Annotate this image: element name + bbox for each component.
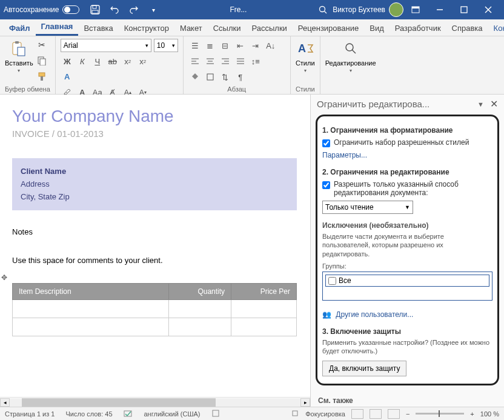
- more-users-link[interactable]: Другие пользователи...: [336, 310, 413, 319]
- editing-dropdown-icon[interactable]: ▾: [350, 68, 352, 73]
- zoom-out-icon[interactable]: −: [406, 410, 409, 418]
- copy-icon[interactable]: [36, 55, 48, 67]
- styles-dropdown-icon[interactable]: ▾: [304, 68, 307, 73]
- minimize-button[interactable]: [428, 0, 452, 19]
- table-row[interactable]: [13, 300, 297, 318]
- cut-icon[interactable]: ✂: [36, 39, 48, 51]
- pane-dropdown-icon[interactable]: ▼: [477, 101, 484, 108]
- user-box[interactable]: Виктор Бухтеев: [333, 2, 403, 17]
- anchor-icon[interactable]: ✥: [1, 273, 7, 282]
- tab-designer[interactable]: Конструктор: [119, 21, 174, 36]
- status-accessibility-icon[interactable]: [211, 409, 220, 419]
- exceptions-heading: Исключения (необязательно): [322, 221, 492, 230]
- settings-link[interactable]: Параметры...: [322, 151, 367, 159]
- tab-review[interactable]: Рецензирование: [293, 21, 364, 36]
- allow-only-checkbox[interactable]: Разрешить только указанный способ редакт…: [322, 180, 492, 197]
- paste-dropdown-icon[interactable]: ▾: [18, 68, 20, 73]
- zoom-slider[interactable]: [416, 413, 464, 415]
- invoice-table[interactable]: Item Description Quantity Price Per: [12, 283, 297, 336]
- indent-dec-icon[interactable]: ⇤: [234, 39, 247, 52]
- status-focus-icon[interactable]: [291, 409, 299, 419]
- align-left-icon[interactable]: [188, 55, 202, 68]
- close-button[interactable]: [476, 0, 500, 19]
- group-everyone-input[interactable]: [328, 277, 336, 285]
- tab-help[interactable]: Справка: [446, 21, 488, 36]
- align-right-icon[interactable]: [219, 55, 232, 68]
- show-marks-icon[interactable]: ¶: [234, 70, 247, 84]
- view-web-icon[interactable]: [388, 409, 400, 419]
- justify-icon[interactable]: [234, 55, 247, 68]
- scroll-left-icon[interactable]: ◂: [0, 398, 10, 407]
- ribbon-display-icon[interactable]: [403, 0, 428, 19]
- strike-button[interactable]: ab: [106, 55, 119, 68]
- status-language[interactable]: английский (США): [144, 410, 201, 418]
- status-words[interactable]: Число слов: 45: [65, 410, 112, 418]
- tab-table-design[interactable]: Конструктор: [488, 21, 504, 36]
- tab-mailings[interactable]: Рассылки: [246, 21, 292, 36]
- limit-styles-input[interactable]: [322, 139, 330, 147]
- numbering-icon[interactable]: ≣: [204, 39, 217, 52]
- text-effects-icon[interactable]: A: [61, 70, 74, 83]
- edit-mode-combo[interactable]: Только чтение▼: [322, 201, 413, 214]
- status-page[interactable]: Страница 1 из 1: [5, 410, 55, 418]
- format-painter-icon[interactable]: [36, 70, 48, 82]
- document-area[interactable]: ✥ Your Company Name INVOICE / 01-01-2013…: [0, 95, 310, 397]
- scroll-right-icon[interactable]: ▸: [300, 398, 310, 407]
- tab-file[interactable]: Файл: [4, 21, 36, 36]
- bold-button[interactable]: Ж: [61, 55, 74, 68]
- align-center-icon[interactable]: [204, 55, 217, 68]
- line-spacing-icon[interactable]: ↕≡: [249, 55, 262, 68]
- find-icon[interactable]: [341, 39, 360, 58]
- tab-developer[interactable]: Разработчик: [390, 21, 446, 36]
- zoom-in-icon[interactable]: +: [470, 410, 474, 418]
- tab-references[interactable]: Ссылки: [208, 21, 247, 36]
- qat-more-icon[interactable]: ▾: [146, 2, 161, 17]
- scroll-thumb[interactable]: [22, 398, 216, 407]
- autosave-toggle[interactable]: [62, 5, 79, 14]
- borders-icon[interactable]: [204, 70, 217, 84]
- client-box[interactable]: Client Name Address City, State Zip: [12, 158, 297, 210]
- svg-rect-30: [207, 74, 213, 80]
- search-icon[interactable]: [316, 2, 330, 17]
- notes-prompt[interactable]: Use this space for comments to your clie…: [12, 256, 297, 265]
- allow-only-input[interactable]: [322, 181, 330, 189]
- status-focus[interactable]: Фокусировка: [305, 410, 345, 418]
- multilevel-icon[interactable]: ⊟: [219, 39, 232, 52]
- svg-rect-34: [124, 411, 131, 416]
- save-icon[interactable]: [88, 2, 102, 17]
- shading-icon[interactable]: [188, 70, 202, 84]
- subscript-button[interactable]: x2: [121, 55, 134, 68]
- styles-icon[interactable]: A: [296, 39, 315, 58]
- company-name[interactable]: Your Company Name: [12, 107, 297, 126]
- tab-view[interactable]: Вид: [364, 21, 390, 36]
- superscript-button[interactable]: x2: [136, 55, 150, 68]
- group-everyone[interactable]: Все: [328, 276, 486, 285]
- invoice-line[interactable]: INVOICE / 01-01-2013: [12, 128, 297, 139]
- status-spellcheck-icon[interactable]: [124, 409, 133, 419]
- notes-heading[interactable]: Notes: [12, 227, 297, 236]
- font-name-combo[interactable]: Arial▾: [61, 39, 151, 52]
- scroll-track[interactable]: [10, 398, 300, 407]
- undo-icon[interactable]: [107, 2, 122, 17]
- redo-icon[interactable]: [127, 2, 141, 17]
- table-row[interactable]: [13, 318, 297, 336]
- enable-protection-button[interactable]: Да, включить защиту: [322, 361, 406, 376]
- zoom-level[interactable]: 100 %: [480, 410, 499, 418]
- font-size-combo[interactable]: 10▾: [154, 39, 178, 52]
- view-read-icon[interactable]: [351, 409, 363, 419]
- pane-close-icon[interactable]: ✕: [490, 98, 498, 110]
- italic-button[interactable]: К: [76, 55, 89, 68]
- tab-home[interactable]: Главная: [36, 19, 79, 36]
- tab-insert[interactable]: Вставка: [78, 21, 118, 36]
- bullets-icon[interactable]: ☰: [188, 39, 202, 52]
- indent-inc-icon[interactable]: ⇥: [249, 39, 262, 52]
- title-bar: Автосохранение ▾ Fre... Виктор Бухтеев: [0, 0, 504, 19]
- paste-icon[interactable]: [9, 39, 28, 58]
- sort-az-icon[interactable]: ⇅: [219, 70, 232, 84]
- sort-icon[interactable]: A↓: [264, 39, 277, 52]
- underline-button[interactable]: Ч: [91, 55, 104, 68]
- view-print-icon[interactable]: [370, 409, 382, 419]
- limit-styles-checkbox[interactable]: Ограничить набор разрешенных стилей: [322, 138, 492, 147]
- tab-layout[interactable]: Макет: [174, 21, 208, 36]
- maximize-button[interactable]: [452, 0, 476, 19]
